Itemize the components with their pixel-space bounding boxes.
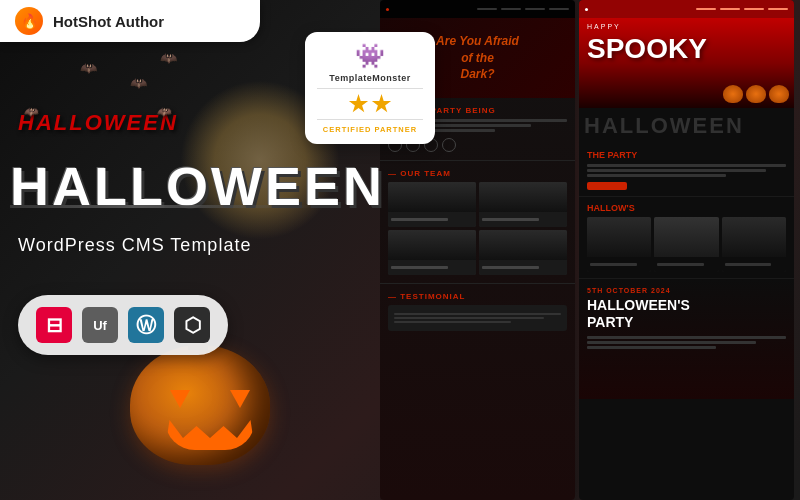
team-card-4-label [479,260,567,275]
halloween-party-bottom: 5TH OCTOBER 2024 HALLOWEEN'S PARTY [579,279,794,399]
the-party-section: THE PARTY [579,144,794,197]
nav-link-3 [525,8,545,10]
mini-pumpkin-1 [723,85,743,103]
event-1-img [587,217,651,257]
team-card-2 [479,182,567,227]
event-2-footer [654,257,718,272]
hallows-section: HALLOW'S [579,197,794,279]
wp-symbol: Ⓦ [136,312,156,339]
right-nav-link-2 [720,8,740,10]
team-card-2-img [479,182,567,212]
elementor-symbol: ⊟ [46,313,63,337]
right-nav-link-1 [696,8,716,10]
tm-stars [317,94,423,114]
events-grid [587,217,786,272]
star-2 [372,94,392,114]
t-line-2 [394,317,544,319]
event-card-1 [587,217,651,272]
preview-panel-right: HAPPY SPOOKY HALLOWEEN THE PARTY HALLOW'… [579,0,794,500]
drip-decoration [10,205,320,215]
plugin-icons-row: ⊟ Uf Ⓦ ⬡ [18,295,228,355]
pumpkin-eye-left [170,390,190,408]
nav-link-2 [501,8,521,10]
event-3-label [725,263,772,266]
mini-pumpkin-3 [769,85,789,103]
party-title-text: HALLOWEEN'S PARTY [587,297,786,331]
bat-decoration-3: 🦇 [130,75,147,91]
preview-container: Are You Afraid of the Dark? LET'S PARTY … [380,0,800,500]
subtitle-text: WordPress CMS Template [18,235,251,256]
right-hero: HAPPY SPOOKY [579,18,794,108]
pumpkin-eye-right [230,390,250,408]
nav-logo-dot [386,8,389,11]
team-card-1-img [388,182,476,212]
party-lines [587,164,786,177]
halloween-small-title: HALLOWEEN [18,110,178,136]
templatemonster-badge: 👾 TemplateMonster CERTIFIED PARTNER [305,32,435,144]
the-party-title: THE PARTY [587,150,786,160]
halloween-watermark: HALLOWEEN [579,108,794,144]
team-card-2-label [479,212,567,227]
team-card-1-label [388,212,476,227]
team-grid [388,182,567,275]
brand-icon: 🔥 [15,7,43,35]
pumpkin-mouth [165,420,255,450]
team-card-3-img [388,230,476,260]
bat-decoration-2: 🦇 [160,50,177,66]
happy-label: HAPPY [587,23,621,30]
team-card-1 [388,182,476,227]
elementor-icon[interactable]: ⊟ [36,307,72,343]
testimonial-section: TESTIMONIAL [380,284,575,339]
party-detail-lines [587,336,786,349]
team-section-title: OUR TEAM [388,169,567,178]
tm-partner-label: CERTIFIED PARTNER [317,125,423,134]
mini-pumpkin-2 [746,85,766,103]
team-section: OUR TEAM [380,161,575,284]
preview-navbar-right [579,0,794,18]
star-1 [349,94,369,114]
p-line-1 [587,164,786,167]
event-1-footer [587,257,651,272]
event-1-label [590,263,637,266]
p-line-2 [587,169,766,172]
right-nav-link-3 [744,8,764,10]
nav-link-4 [549,8,569,10]
testimonial-title: TESTIMONIAL [388,292,567,301]
uf-icon[interactable]: Uf [82,307,118,343]
hallows-title: HALLOW'S [587,203,786,213]
p-line-3 [587,174,726,177]
right-nav-link-4 [768,8,788,10]
nav-link-1 [477,8,497,10]
event-card-2 [654,217,718,272]
party-title-line1: HALLOWEEN'S [587,297,690,313]
testimonial-card [388,305,567,331]
party-button[interactable] [587,182,627,190]
t-line-1 [394,313,561,315]
team-card-3 [388,230,476,275]
pd-line-1 [587,336,786,339]
preview-navbar-left [380,0,575,18]
header-bar: 🔥 HotShot Author [0,0,260,42]
right-nav-logo [585,8,588,11]
qode-symbol: ⬡ [184,313,201,337]
spooky-title: SPOOKY [587,33,707,65]
event-card-3 [722,217,786,272]
uf-symbol: Uf [93,318,107,333]
event-2-img [654,217,718,257]
team-card-4-img [479,230,567,260]
hero-tagline: Are You Afraid of the Dark? [436,33,519,83]
wordpress-icon[interactable]: Ⓦ [128,307,164,343]
party-icon-4 [442,138,456,152]
event-2-label [657,263,704,266]
event-3-img [722,217,786,257]
pd-line-3 [587,346,716,349]
header-title: HotShot Author [53,13,164,30]
party-title-line2: PARTY [587,314,633,330]
spooky-pumpkins [723,85,789,103]
t-line-3 [394,321,511,323]
qode-icon[interactable]: ⬡ [174,307,210,343]
pd-line-2 [587,341,756,344]
party-date: 5TH OCTOBER 2024 [587,287,786,294]
team-card-4 [479,230,567,275]
tm-title: TemplateMonster [317,73,423,83]
